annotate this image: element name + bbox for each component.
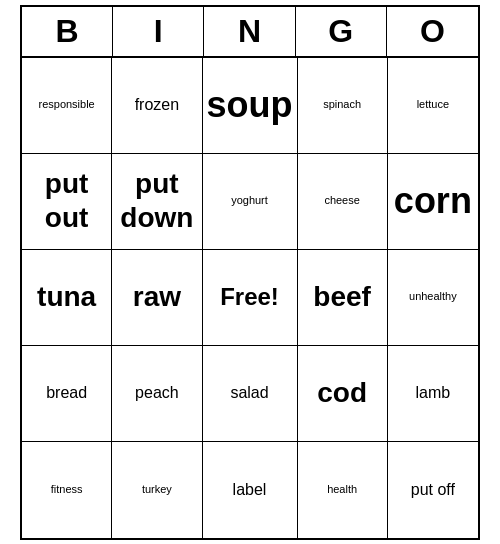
bingo-cell: turkey — [112, 442, 202, 538]
bingo-cell: yoghurt — [203, 154, 298, 250]
header-letter: G — [296, 7, 387, 56]
bingo-cell: lettuce — [388, 58, 478, 154]
bingo-cell: salad — [203, 346, 298, 442]
bingo-cell: unhealthy — [388, 250, 478, 346]
bingo-cell: tuna — [22, 250, 112, 346]
bingo-cell: put down — [112, 154, 202, 250]
header-letter: O — [387, 7, 478, 56]
bingo-cell: cod — [298, 346, 388, 442]
bingo-cell: spinach — [298, 58, 388, 154]
bingo-cell: Free! — [203, 250, 298, 346]
bingo-cell: put out — [22, 154, 112, 250]
header-letter: I — [113, 7, 204, 56]
bingo-cell: soup — [203, 58, 298, 154]
header-letter: B — [22, 7, 113, 56]
bingo-cell: raw — [112, 250, 202, 346]
bingo-cell: cheese — [298, 154, 388, 250]
bingo-header: BINGO — [22, 7, 478, 58]
bingo-cell: lamb — [388, 346, 478, 442]
bingo-cell: bread — [22, 346, 112, 442]
bingo-cell: responsible — [22, 58, 112, 154]
bingo-card: BINGO responsiblefrozensoupspinachlettuc… — [20, 5, 480, 540]
bingo-cell: fitness — [22, 442, 112, 538]
bingo-cell: put off — [388, 442, 478, 538]
bingo-cell: health — [298, 442, 388, 538]
bingo-cell: label — [203, 442, 298, 538]
bingo-cell: beef — [298, 250, 388, 346]
bingo-cell: peach — [112, 346, 202, 442]
header-letter: N — [204, 7, 295, 56]
bingo-cell: frozen — [112, 58, 202, 154]
bingo-grid: responsiblefrozensoupspinachlettuceput o… — [22, 58, 478, 538]
bingo-cell: corn — [388, 154, 478, 250]
